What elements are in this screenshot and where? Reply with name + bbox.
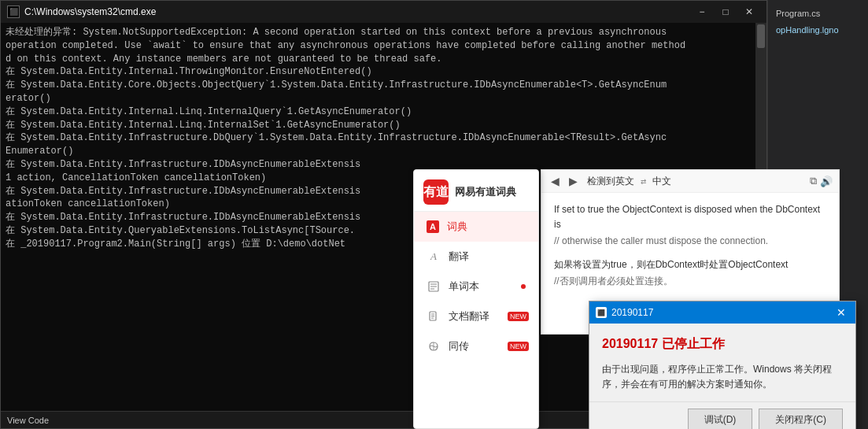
cmd-line-5: 在 System.Data.Entity.Core.Objects.Object… [6, 79, 762, 92]
cmd-line-8: 在 System.Data.Entity.Internal.Linq.Inter… [6, 119, 762, 132]
trans-source-line1: If set to true the ObjectContext is disp… [554, 202, 826, 232]
error-dialog-title-left: ⬛ 20190117 [596, 307, 653, 318]
cmd-statusbar-text: View Code [7, 416, 49, 425]
youdao-menu: A 词典 A 翻译 单词本 [414, 212, 538, 361]
vs-tab-program[interactable]: Program.cs [771, 6, 865, 20]
youdao-shengciben-label: 单词本 [449, 279, 526, 294]
cmd-icon: ⬛ [7, 6, 20, 18]
youdao-menu-item-tongchuan[interactable]: 同传 NEW [414, 331, 538, 361]
error-dialog-app-icon: ⬛ [596, 307, 607, 318]
cmd-line-1: 未经处理的异常: System.NotSupportedException: A… [6, 26, 762, 39]
cmd-scrollthumb[interactable] [757, 24, 765, 48]
cmd-line-2: operation completed. Use `await` to ensu… [6, 39, 762, 53]
error-dialog-title-text-label: 20190117 [611, 307, 653, 318]
trans-back-button[interactable]: ◀ [548, 173, 563, 189]
vs-tab-ophandling[interactable]: opHandling.lgno [771, 24, 865, 36]
trans-target-line2: //否则调用者必须处置连接。 [554, 274, 826, 289]
cmd-line-10: Enumerator() [6, 145, 762, 158]
trans-forward-button[interactable]: ▶ [566, 173, 581, 189]
youdao-menu-item-fanyi[interactable]: A 翻译 [414, 242, 538, 272]
youdao-menu-item-wendangfanyi[interactable]: 文档翻译 NEW [414, 301, 538, 331]
cmd-close-button[interactable]: ✕ [738, 4, 760, 20]
youdao-header: 有道 网易有道词典 [414, 170, 538, 212]
trans-copy-button[interactable]: ⧉ [810, 175, 817, 187]
translation-toolbar: ◀ ▶ 检测到英文 ⇄ 中文 ⧉ 🔊 [541, 170, 839, 193]
trans-source-lang: 检测到英文 [584, 175, 637, 188]
youdao-cidian-label: 词典 [447, 220, 526, 234]
error-dialog-body: 20190117 已停止工作 由于出现问题，程序停止正常工作。Windows 将… [589, 324, 855, 401]
youdao-fanyi-icon: A [427, 250, 441, 264]
youdao-menu-item-shengciben[interactable]: 单词本 [414, 272, 538, 301]
youdao-wendangfanyi-icon [427, 309, 441, 324]
error-dialog-debug-button[interactable]: 调试(D) [688, 409, 753, 429]
youdao-title: 网易有道词典 [455, 185, 516, 199]
cmd-line-4: 在 System.Data.Entity.Internal.ThrowingMo… [6, 65, 762, 79]
trans-target-line1: 如果将设置为true，则在DbContext时处置ObjectContext [554, 257, 826, 272]
youdao-panel: 有道 网易有道词典 A 词典 A 翻译 单词本 [413, 169, 539, 429]
cmd-line-6: erator() [6, 92, 762, 105]
cmd-minimize-button[interactable]: − [691, 4, 713, 20]
error-dialog-heading: 20190117 已停止工作 [602, 336, 843, 353]
cmd-maximize-button[interactable]: □ [715, 4, 737, 20]
trans-target-lang: 中文 [649, 175, 674, 188]
error-dialog-buttons: 调试(D) 关闭程序(C) [589, 401, 855, 429]
youdao-cidian-icon: A [427, 220, 439, 233]
cmd-controls: − □ ✕ [691, 4, 760, 20]
error-dialog-close-program-button[interactable]: 关闭程序(C) [759, 409, 843, 429]
shengciben-badge [521, 284, 526, 289]
error-dialog: ⬛ 20190117 ✕ 20190117 已停止工作 由于出现问题，程序停止正… [589, 301, 856, 429]
error-dialog-close-button[interactable]: ✕ [833, 306, 849, 319]
trans-speaker-button[interactable]: 🔊 [820, 175, 833, 187]
cmd-line-3: d on this context. Any instance members … [6, 53, 762, 66]
error-dialog-titlebar: ⬛ 20190117 ✕ [589, 301, 855, 324]
trans-source-line2: // otherwise the caller must dispose the… [554, 234, 826, 249]
error-dialog-text: 由于出现问题，程序停止正常工作。Windows 将关闭程序，并会在有可用的解决方… [602, 362, 843, 392]
trans-direction-arrow: ⇄ [641, 176, 646, 187]
cmd-line-9: 在 System.Data.Entity.Infrastructure.DbQu… [6, 131, 762, 145]
youdao-shengciben-icon [427, 279, 441, 294]
youdao-tongchuan-icon [427, 339, 441, 353]
trans-icon-group: ⧉ 🔊 [810, 175, 833, 187]
cmd-title-text: C:\Windows\system32\cmd.exe [24, 6, 156, 17]
cmd-line-7: 在 System.Data.Entity.Internal.Linq.Inter… [6, 105, 762, 119]
youdao-fanyi-label: 翻译 [449, 250, 526, 264]
youdao-logo: 有道 [423, 179, 449, 205]
tongchuan-badge: NEW [508, 342, 529, 351]
cmd-title-left: ⬛ C:\Windows\system32\cmd.exe [7, 6, 156, 18]
wendangfanyi-badge: NEW [508, 312, 529, 321]
youdao-menu-item-cidian[interactable]: A 词典 [414, 212, 538, 242]
cmd-titlebar: ⬛ C:\Windows\system32\cmd.exe − □ ✕ [1, 1, 766, 23]
